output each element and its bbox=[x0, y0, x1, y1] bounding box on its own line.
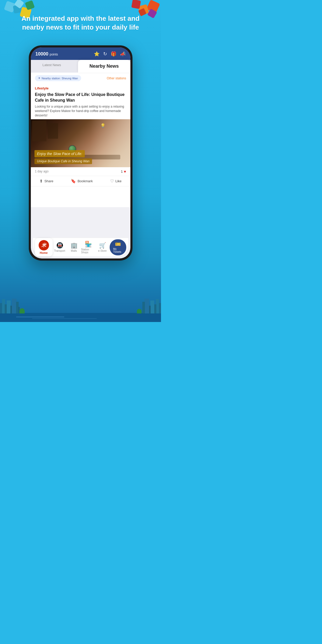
content-filler bbox=[31, 186, 130, 207]
points-label: points bbox=[50, 53, 58, 56]
my-tickets-button[interactable]: 🎫 My Tickets bbox=[110, 239, 126, 255]
estore-icon: 🛒 bbox=[99, 242, 106, 249]
like-count: 1 ♥ bbox=[121, 169, 126, 174]
like-button[interactable]: ♡ Like bbox=[110, 179, 122, 184]
share-button[interactable]: ⬆ Share bbox=[39, 179, 53, 184]
home-icon: 米 bbox=[39, 240, 49, 250]
tab-nearby-news[interactable]: Nearby News bbox=[78, 60, 130, 73]
article-time: 1 day ago bbox=[35, 170, 49, 173]
share-icon: ⬆ bbox=[39, 179, 43, 184]
location-icon: ✈ bbox=[38, 76, 40, 80]
gift-icon[interactable]: 🎁 bbox=[111, 51, 116, 57]
like-icon: ♡ bbox=[110, 179, 114, 184]
overlay-sub-title: Unique Boutique Cafe in Sheung Wan bbox=[34, 158, 92, 164]
nav-home-card[interactable]: 米 Home bbox=[35, 238, 53, 256]
bookmark-icon: 🔖 bbox=[71, 179, 76, 184]
bookmark-label: Bookmark bbox=[78, 179, 93, 183]
nav-malls[interactable]: 🏢 Malls bbox=[67, 242, 81, 252]
points-display: 10000 points bbox=[36, 51, 58, 57]
points-value: 10000 bbox=[36, 51, 48, 57]
article-description: Looking for a unique place with a quiet … bbox=[35, 104, 126, 117]
star-icon[interactable]: ⭐ bbox=[94, 51, 100, 57]
action-bar: ⬆ Share 🔖 Bookmark ♡ Like bbox=[31, 176, 130, 186]
station-bar: ✈ Nearby station: Sheung Wan Other stati… bbox=[31, 73, 130, 84]
malls-icon: 🏢 bbox=[71, 242, 78, 249]
other-stations-link[interactable]: Other stations bbox=[107, 76, 126, 80]
header-icons: ⭐ ↻ 🎁 📣 bbox=[94, 51, 126, 57]
article-category: Lifestyle bbox=[35, 86, 126, 90]
share-label: Share bbox=[44, 179, 53, 183]
station-name: Nearby station: Sheung Wan bbox=[42, 77, 78, 80]
overlay-main-title: Enjoy the Slow Pace of Life: bbox=[34, 150, 85, 157]
tickets-icon: 🎫 bbox=[115, 241, 121, 247]
city-bar bbox=[0, 299, 161, 322]
malls-label: Malls bbox=[71, 249, 77, 252]
station-badge[interactable]: ✈ Nearby station: Sheung Wan bbox=[35, 75, 81, 81]
station-shops-icon: 🏪 bbox=[85, 241, 92, 248]
estore-label: e-Store bbox=[98, 249, 107, 252]
transport-icon: 🚇 bbox=[56, 242, 63, 249]
tabs-row: Latest News Nearby News bbox=[31, 60, 130, 73]
article-image: 💡 Enjoy the Slow Pace of Life: Unique Bo… bbox=[31, 119, 130, 167]
refresh-icon[interactable]: ↻ bbox=[103, 51, 107, 57]
megaphone-icon[interactable]: 📣 bbox=[120, 51, 126, 57]
like-label: Like bbox=[115, 179, 122, 183]
heart-icon: ♥ bbox=[124, 169, 126, 174]
tickets-label: My Tickets bbox=[113, 248, 123, 253]
nav-estore[interactable]: 🛒 e-Store bbox=[95, 242, 110, 252]
article-section: Lifestyle Enjoy the Slow Pace of Life: U… bbox=[31, 84, 130, 119]
bottom-nav: 米 Home 🚇 Transport 🏢 Malls 🏪 Station Sho… bbox=[33, 238, 128, 256]
home-label: Home bbox=[40, 251, 48, 254]
bookmark-button[interactable]: 🔖 Bookmark bbox=[71, 179, 93, 184]
nav-station-shops[interactable]: 🏪 Station Shops bbox=[81, 241, 95, 254]
article-title[interactable]: Enjoy the Slow Pace of Life: Unique Bout… bbox=[35, 92, 126, 103]
tabs-container: Latest News Nearby News bbox=[31, 60, 130, 73]
article-image-overlay: Enjoy the Slow Pace of Life: Unique Bout… bbox=[31, 146, 130, 167]
tab-latest-news[interactable]: Latest News bbox=[31, 60, 73, 73]
station-shops-label: Station Shops bbox=[81, 248, 95, 254]
transport-label: Transport bbox=[54, 249, 65, 252]
phone-mockup: 10000 points ⭐ ↻ 🎁 📣 Latest News Nearby … bbox=[29, 45, 132, 261]
like-number: 1 bbox=[121, 170, 123, 173]
app-header: 10000 points ⭐ ↻ 🎁 📣 bbox=[31, 47, 130, 60]
article-meta: 1 day ago 1 ♥ bbox=[31, 167, 130, 176]
nav-transport[interactable]: 🚇 Transport bbox=[53, 242, 67, 252]
hero-tagline: An integrated app with the latest and ne… bbox=[0, 14, 161, 32]
